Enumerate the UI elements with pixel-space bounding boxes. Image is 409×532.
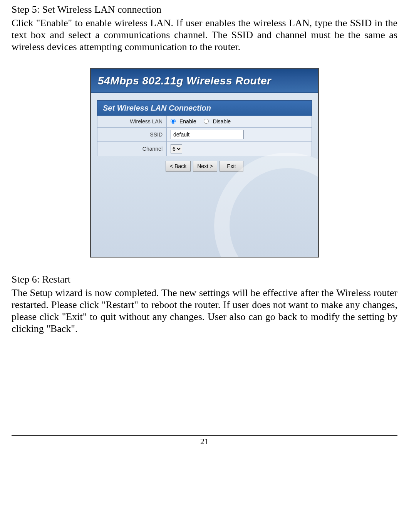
next-button[interactable]: Next >	[193, 161, 217, 172]
label-ssid: SSID	[97, 128, 167, 142]
router-screenshot: 54Mbps 802.11g Wireless Router Set Wirel…	[12, 68, 397, 258]
radio-enable[interactable]	[171, 119, 176, 124]
step5-body: Click "Enable" to enable wireless LAN. I…	[12, 17, 397, 53]
label-channel: Channel	[97, 142, 167, 156]
router-window: 54Mbps 802.11g Wireless Router Set Wirel…	[90, 68, 319, 258]
row-wireless-lan: Wireless LAN Enable Disable	[97, 116, 312, 128]
label-wireless-lan: Wireless LAN	[97, 116, 167, 128]
step6-body: The Setup wizard is now completed. The n…	[12, 287, 397, 335]
ssid-input[interactable]	[171, 130, 244, 139]
cell-ssid	[167, 128, 312, 142]
router-content: Set Wireless LAN Connection Wireless LAN…	[91, 93, 318, 257]
step5-heading: Step 5: Set Wireless LAN connection	[12, 4, 397, 15]
radio-disable[interactable]	[204, 119, 209, 124]
back-button[interactable]: < Back	[166, 161, 191, 172]
row-ssid: SSID	[97, 128, 312, 142]
footer-rule	[12, 435, 397, 436]
label-enable: Enable	[179, 118, 196, 125]
step6-heading: Step 6: Restart	[12, 274, 397, 285]
page-number: 21	[12, 436, 397, 446]
router-title-bar: 54Mbps 802.11g Wireless Router	[91, 69, 318, 93]
section-header: Set Wireless LAN Connection	[97, 100, 312, 116]
channel-select[interactable]: 6	[171, 144, 182, 153]
cell-wireless-lan: Enable Disable	[167, 116, 312, 128]
label-disable: Disable	[213, 118, 231, 125]
settings-table: Wireless LAN Enable Disable SSID	[97, 116, 312, 157]
